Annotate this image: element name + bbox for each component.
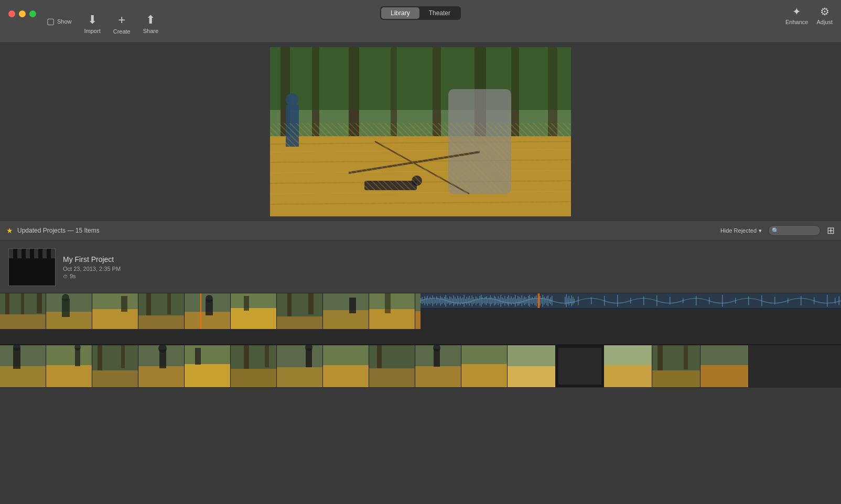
- film-frame: [231, 293, 277, 329]
- project-duration: 9s: [63, 273, 121, 279]
- svg-rect-108: [454, 295, 455, 306]
- svg-rect-57: [385, 293, 391, 313]
- close-button[interactable]: [8, 10, 15, 17]
- enhance-button[interactable]: Enhance: [785, 5, 808, 25]
- hide-rejected-chevron: ▾: [759, 227, 762, 234]
- svg-rect-89: [428, 299, 429, 303]
- svg-rect-54: [349, 298, 356, 313]
- svg-point-44: [206, 295, 213, 302]
- film-frame: [277, 293, 323, 329]
- svg-rect-46: [231, 308, 277, 329]
- svg-rect-91: [431, 298, 432, 303]
- film-frame: [46, 293, 92, 329]
- grid-view-button[interactable]: [827, 225, 835, 236]
- svg-rect-49: [287, 293, 292, 316]
- svg-rect-264: [700, 365, 749, 387]
- library-tab[interactable]: Library: [381, 7, 419, 19]
- share-button[interactable]: Share: [143, 13, 158, 34]
- show-button[interactable]: Show: [47, 16, 72, 26]
- svg-rect-116: [464, 295, 465, 306]
- svg-rect-213: [839, 297, 840, 305]
- maximize-button[interactable]: [29, 10, 36, 17]
- svg-rect-9: [270, 47, 571, 110]
- svg-rect-18: [286, 105, 299, 147]
- svg-line-15: [270, 181, 571, 183]
- hide-rejected-label: Hide Rejected: [720, 227, 757, 234]
- svg-rect-224: [98, 345, 102, 370]
- svg-rect-29: [0, 314, 46, 329]
- svg-rect-144: [501, 295, 502, 306]
- project-name: My First Project: [63, 255, 121, 264]
- svg-rect-177: [544, 297, 545, 305]
- svg-rect-256: [558, 348, 601, 385]
- status-left: ★ Updated Projects — 15 Items: [6, 226, 100, 235]
- adjust-button[interactable]: Adjust: [816, 5, 833, 25]
- svg-rect-165: [528, 296, 529, 306]
- svg-rect-211: [827, 295, 828, 306]
- svg-rect-260: [657, 345, 663, 371]
- svg-rect-140: [495, 297, 497, 305]
- svg-rect-51: [277, 316, 323, 329]
- create-button[interactable]: Create: [113, 13, 131, 35]
- film-frame: [415, 345, 461, 387]
- svg-rect-261: [684, 345, 688, 369]
- import-icon: [88, 13, 97, 27]
- svg-rect-47: [244, 296, 249, 311]
- svg-rect-94: [435, 299, 436, 303]
- hide-rejected-button[interactable]: Hide Rejected ▾: [720, 227, 762, 234]
- svg-rect-86: [425, 297, 426, 305]
- search-icon: [772, 227, 779, 234]
- svg-rect-237: [231, 369, 277, 387]
- svg-rect-159: [520, 298, 521, 303]
- svg-rect-109: [455, 297, 456, 305]
- svg-rect-243: [323, 365, 369, 387]
- svg-rect-111: [457, 296, 458, 306]
- view-tabs: Library Theater: [380, 6, 461, 20]
- svg-line-23: [349, 152, 480, 173]
- film-frame: [369, 345, 415, 387]
- film-frame: [185, 293, 231, 329]
- import-label: Import: [84, 28, 101, 34]
- clapperboard: [9, 249, 55, 258]
- filmstrip-secondary[interactable]: [0, 345, 841, 388]
- theater-tab[interactable]: Theater: [419, 7, 460, 19]
- svg-rect-131: [483, 298, 484, 303]
- svg-rect-40: [138, 315, 185, 329]
- film-frame: [652, 345, 700, 387]
- filmstrip-main[interactable]: 1.5m: [0, 293, 841, 345]
- svg-rect-129: [481, 295, 482, 306]
- svg-rect-164: [527, 299, 528, 303]
- search-box[interactable]: [768, 225, 821, 236]
- svg-rect-166: [530, 295, 531, 306]
- svg-rect-136: [490, 295, 491, 306]
- svg-rect-232: [185, 364, 231, 387]
- svg-rect-254: [508, 366, 556, 387]
- film-frame: [369, 293, 415, 329]
- svg-rect-119: [468, 298, 469, 303]
- film-frame: [415, 293, 420, 329]
- import-button[interactable]: Import: [84, 13, 101, 34]
- svg-rect-125: [476, 297, 477, 305]
- svg-rect-180: [548, 295, 549, 306]
- svg-line-13: [270, 160, 571, 162]
- svg-rect-201: [696, 296, 697, 306]
- film-frame: [0, 345, 46, 387]
- project-area: My First Project Oct 23, 2013, 2:35 PM 9…: [0, 241, 841, 293]
- svg-rect-118: [467, 297, 468, 305]
- enhance-label: Enhance: [785, 19, 808, 25]
- svg-rect-233: [195, 348, 201, 365]
- svg-line-12: [270, 149, 571, 152]
- svg-rect-155: [515, 295, 516, 306]
- film-frame: [92, 293, 138, 329]
- video-preview[interactable]: [270, 47, 571, 216]
- svg-rect-50: [308, 293, 314, 314]
- project-thumbnail[interactable]: [8, 248, 56, 286]
- film-frames-row: [0, 293, 420, 329]
- svg-rect-249: [434, 349, 440, 367]
- svg-rect-246: [369, 368, 415, 387]
- svg-rect-187: [569, 296, 570, 306]
- svg-rect-20: [364, 181, 417, 190]
- minimize-button[interactable]: [19, 10, 26, 17]
- film-frame: [92, 345, 138, 387]
- svg-rect-90: [430, 297, 431, 305]
